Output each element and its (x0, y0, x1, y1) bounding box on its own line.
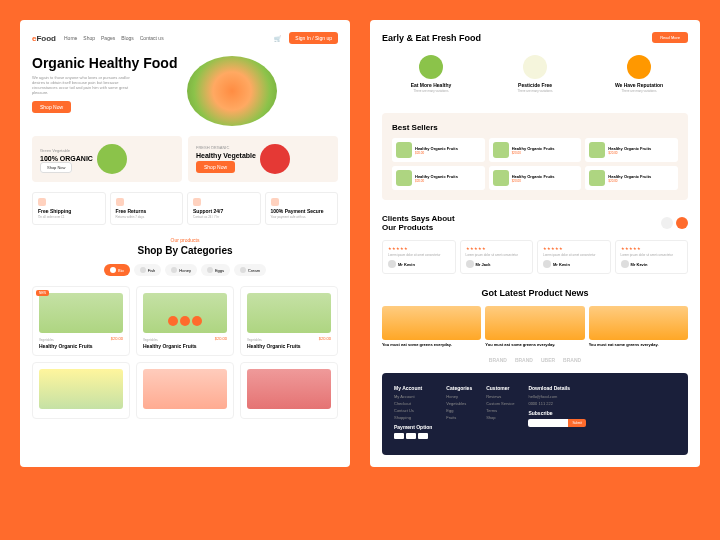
best-item[interactable]: Healthy Organic Fruits$20.00 (392, 166, 485, 190)
footer-link[interactable]: Custom Service (486, 401, 514, 406)
honey-icon (171, 267, 177, 273)
fav-icon[interactable] (168, 316, 178, 326)
footer-link[interactable]: Shopping (394, 415, 432, 420)
promo-vegetable[interactable]: FRESH ORGANIC Healthy Vegetable Shop Now (188, 136, 338, 182)
fish-icon (140, 267, 146, 273)
cat-eggs[interactable]: Eggs (201, 264, 230, 276)
shop-now-button[interactable]: Shop Now (32, 101, 71, 113)
promo-image (97, 144, 127, 174)
feat-returns: Free ReturnsReturns within 7 days (110, 192, 184, 225)
feat-support: Support 24/7Contact us 24 / 7 hr (187, 192, 261, 225)
best-item[interactable]: Healthy Organic Fruits$20.00 (392, 138, 485, 162)
nav-pages[interactable]: Pages (101, 35, 115, 41)
garlic-icon (523, 55, 547, 79)
eat-cards: Eat More HealthyThere are many variation… (382, 49, 688, 99)
brand-logo: BRAND (515, 357, 533, 363)
avatar (388, 260, 396, 268)
brand-logo: UBER (541, 357, 555, 363)
product-card[interactable]: NEW Vegetables$20.00 Healthy Organic Fru… (32, 286, 130, 356)
egg-icon (207, 267, 213, 273)
eat-card: Pesticide FreeThere are many variations (486, 49, 584, 99)
footer-link[interactable]: hello@food.com (528, 394, 585, 399)
product-price: $20.00 (215, 336, 227, 341)
promo-organic[interactable]: Green Vegetable 100% ORGANIC Shop Now (32, 136, 182, 182)
cat-bio[interactable]: Bio (104, 264, 130, 276)
promo-shop-button[interactable]: Shop Now (196, 161, 235, 173)
news-card[interactable]: You must eat some greens everyday. (382, 306, 481, 347)
cat-honey[interactable]: Honey (165, 264, 197, 276)
product-price: $20.00 (319, 336, 331, 341)
footer-link[interactable]: Checkout (394, 401, 432, 406)
news-card[interactable]: You must eat some greens everyday. (589, 306, 688, 347)
cat-cream[interactable]: Cream (234, 264, 266, 276)
section-title: Shop By Categories (32, 245, 338, 256)
nav-links: Home Shop Pages Blogs Contact us (64, 35, 164, 41)
navbar: eFood Home Shop Pages Blogs Contact us 🛒… (32, 32, 338, 44)
promo-shop-button[interactable]: Shop Now (40, 162, 72, 173)
next-arrow[interactable] (676, 217, 688, 229)
best-item[interactable]: Healthy Organic Fruits$20.00 (489, 166, 582, 190)
avatar (466, 260, 474, 268)
product-image (143, 293, 227, 333)
product-card[interactable] (32, 362, 130, 419)
promo-label: Green Vegetable (40, 148, 93, 153)
subscribe-input[interactable] (528, 419, 568, 427)
footer-link[interactable]: Vegetables (446, 401, 472, 406)
readmore-button[interactable]: Read More (652, 32, 688, 43)
nav-contact[interactable]: Contact us (140, 35, 164, 41)
footer-link[interactable]: 0000 111 222 (528, 401, 585, 406)
product-thumb (589, 170, 605, 186)
footer-link[interactable]: Fruits (446, 415, 472, 420)
product-category: Vegetables (247, 338, 262, 342)
cat-fish[interactable]: Fish (134, 264, 162, 276)
logo[interactable]: eFood (32, 34, 56, 43)
footer-link[interactable]: My Account (394, 394, 432, 399)
footer-link[interactable]: Contact Us (394, 408, 432, 413)
product-thumb (493, 170, 509, 186)
feat-payment: 100% Payment SecureYour payment safe wit… (265, 192, 339, 225)
product-card[interactable]: Vegetables$20.00 Healthy Organic Fruits (240, 286, 338, 356)
features-row: Free ShippingOn all order over £1 Free R… (32, 192, 338, 225)
product-image (39, 293, 123, 333)
prev-arrow[interactable] (661, 217, 673, 229)
footer-customer: Customer Reviews Custom Service Terms Sh… (486, 385, 514, 443)
news-card[interactable]: You must eat some greens everyday. (485, 306, 584, 347)
section-label: Our products (32, 237, 338, 243)
footer-categories: Categories Honey Vegetables Egg Fruits (446, 385, 472, 443)
cart-icon[interactable] (180, 316, 190, 326)
submit-button[interactable]: Submit (568, 419, 585, 427)
footer-link[interactable]: Shop (486, 415, 514, 420)
avatar (621, 260, 629, 268)
promo-title: 100% ORGANIC (40, 155, 93, 162)
best-item[interactable]: Healthy Organic Fruits$20.00 (585, 138, 678, 162)
testimonials: ★★★★★Lorem ipsum dolor sit amet consecte… (382, 240, 688, 274)
product-name: Healthy Organic Fruits (247, 343, 331, 349)
footer-link[interactable]: Terms (486, 408, 514, 413)
nav-home[interactable]: Home (64, 35, 77, 41)
product-card[interactable]: Vegetables$20.00 Healthy Organic Fruits (136, 286, 234, 356)
brand-logo: BRAND (563, 357, 581, 363)
best-item[interactable]: Healthy Organic Fruits$20.00 (489, 138, 582, 162)
nav-blogs[interactable]: Blogs (121, 35, 134, 41)
leaf-icon (110, 267, 116, 273)
product-card[interactable] (136, 362, 234, 419)
right-page: Early & Eat Fresh Food Read More Eat Mor… (370, 20, 700, 467)
eat-card: Eat More HealthyThere are many variation… (382, 49, 480, 99)
cart-icon[interactable]: 🛒 (274, 35, 281, 42)
view-icon[interactable] (192, 316, 202, 326)
best-item[interactable]: Healthy Organic Fruits$20.00 (585, 166, 678, 190)
footer-link[interactable]: Reviews (486, 394, 514, 399)
nav-shop[interactable]: Shop (83, 35, 95, 41)
visa-icon (394, 433, 404, 439)
footer: My Account My Account Checkout Contact U… (382, 373, 688, 455)
product-thumb (396, 142, 412, 158)
return-icon (116, 198, 124, 206)
product-price: $20.00 (111, 336, 123, 341)
footer-link[interactable]: Egg (446, 408, 472, 413)
signin-button[interactable]: Sign In / Sign up (289, 32, 338, 44)
footer-link[interactable]: Honey (446, 394, 472, 399)
best-sellers: Best Sellers Healthy Organic Fruits$20.0… (382, 113, 688, 200)
aloe-icon (419, 55, 443, 79)
product-image (247, 369, 331, 409)
product-card[interactable] (240, 362, 338, 419)
